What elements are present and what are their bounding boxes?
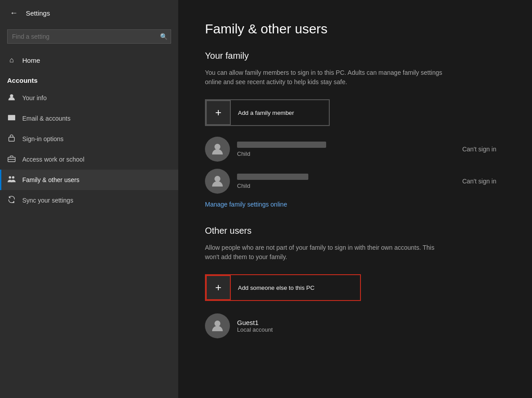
member-role-1: Child (237, 150, 455, 157)
plus-icon: + (215, 106, 221, 119)
your-family-title: Your family (205, 51, 505, 61)
sidebar-item-label: Sign-in options (22, 135, 64, 142)
member-info-2: Child (237, 174, 455, 189)
sync-icon (7, 195, 16, 205)
member-email-blurred-1 (237, 142, 326, 148)
manage-family-link[interactable]: Manage family settings online (205, 201, 505, 208)
sidebar-item-label: Family & other users (22, 176, 79, 183)
person-icon-guest (210, 319, 225, 333)
search-icon: 🔍 (160, 33, 168, 40)
your-info-icon (7, 93, 16, 103)
sidebar-item-family-users[interactable]: Family & other users (0, 170, 178, 190)
guest1-type: Local account (237, 326, 273, 333)
sidebar-item-email-accounts[interactable]: Email & accounts (0, 108, 178, 129)
other-users-description: Allow people who are not part of your fa… (205, 243, 446, 262)
sidebar-item-label: Your info (22, 94, 47, 102)
add-someone-label: Add someone else to this PC (238, 284, 315, 291)
sidebar-header: ← Settings (0, 0, 178, 26)
svg-point-6 (12, 176, 14, 179)
app-title: Settings (26, 9, 50, 17)
sidebar: ← Settings 🔍 ⌂ Home Accounts Your info (0, 0, 178, 398)
guest1-info: Guest1 Local account (237, 319, 273, 333)
main-content: Family & other users Your family You can… (178, 0, 532, 398)
sidebar-item-access-work[interactable]: Access work or school (0, 149, 178, 170)
briefcase-icon (7, 154, 16, 164)
member-status-1: Can't sign in (462, 146, 505, 153)
svg-point-7 (214, 144, 220, 150)
svg-point-8 (214, 176, 220, 182)
family-icon (7, 175, 16, 185)
plus-icon-someone: + (215, 281, 221, 294)
svg-point-9 (214, 321, 220, 326)
sidebar-item-home[interactable]: ⌂ Home (0, 51, 178, 69)
avatar-2 (205, 169, 230, 194)
sidebar-item-label: Sync your settings (22, 197, 73, 204)
svg-point-5 (9, 176, 11, 179)
home-icon: ⌂ (7, 56, 16, 64)
avatar-guest1 (205, 313, 230, 338)
member-info-1: Child (237, 142, 455, 157)
user-row-guest1: Guest1 Local account (205, 310, 505, 342)
sidebar-item-sync-settings[interactable]: Sync your settings (0, 190, 178, 211)
family-member-1: Child Can't sign in (205, 137, 505, 162)
family-member-2: Child Can't sign in (205, 169, 505, 194)
person-icon-2 (210, 174, 225, 188)
svg-point-0 (10, 94, 13, 97)
search-icon-button[interactable]: 🔍 (160, 33, 168, 40)
accounts-section-label: Accounts (0, 69, 178, 88)
search-wrapper: 🔍 (7, 29, 171, 44)
search-input[interactable] (7, 29, 171, 44)
your-family-description: You can allow family members to sign in … (205, 68, 446, 87)
member-status-2: Can't sign in (462, 178, 505, 185)
sign-in-icon (7, 134, 16, 144)
sidebar-item-label: Email & accounts (22, 115, 70, 122)
other-users-title: Other users (205, 226, 505, 236)
add-someone-icon-box: + (206, 275, 231, 300)
person-icon-1 (210, 142, 225, 156)
page-title: Family & other users (205, 21, 505, 37)
back-button[interactable]: ← (7, 6, 20, 20)
guest1-name: Guest1 (237, 319, 273, 326)
avatar-1 (205, 137, 230, 162)
back-icon: ← (10, 8, 18, 18)
search-container: 🔍 (0, 26, 178, 51)
add-family-icon-box: + (206, 100, 231, 125)
sidebar-item-sign-in[interactable]: Sign-in options (0, 129, 178, 149)
sidebar-item-your-info[interactable]: Your info (0, 88, 178, 108)
email-icon (7, 114, 16, 123)
sidebar-item-label: Access work or school (22, 156, 84, 163)
add-family-member-label: Add a family member (238, 110, 294, 116)
member-email-blurred-2 (237, 174, 308, 180)
member-role-2: Child (237, 183, 455, 189)
add-family-member-button[interactable]: + Add a family member (205, 99, 330, 126)
home-label: Home (22, 57, 40, 64)
add-someone-button[interactable]: + Add someone else to this PC (205, 274, 361, 301)
svg-rect-2 (9, 137, 15, 141)
